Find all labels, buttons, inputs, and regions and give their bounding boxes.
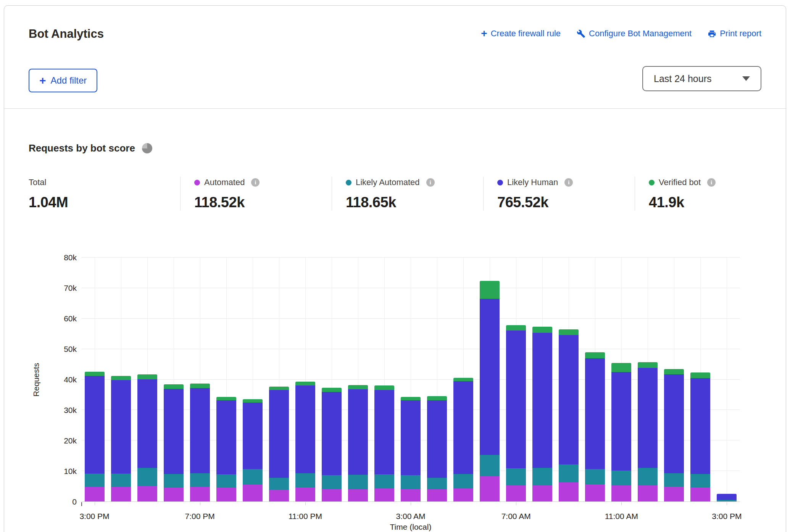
bar-segment-automated	[190, 487, 210, 501]
chart-bar	[664, 369, 684, 501]
y-tick-label: 50k	[64, 345, 77, 354]
bar-segment-automated	[690, 487, 710, 501]
info-icon[interactable]: i	[564, 178, 573, 187]
chart-bar	[111, 376, 131, 501]
bar-segment-verified-bot	[480, 281, 500, 299]
stat-total: Total 1.04M	[29, 177, 180, 211]
stat-verified-bot-value: 41.9k	[649, 194, 775, 211]
bar-segment-likely-automated	[559, 464, 579, 482]
chart-bar	[427, 396, 447, 501]
bar-segment-verified-bot	[532, 327, 552, 333]
bar-segment-likely-automated	[85, 474, 105, 487]
bar-segment-automated	[111, 487, 131, 501]
chart-bar	[532, 327, 552, 501]
bar-segment-verified-bot	[638, 362, 658, 368]
info-icon[interactable]: i	[251, 178, 260, 187]
x-tick-label: 3:00 PM	[712, 512, 742, 521]
bar-segment-likely-human	[348, 389, 368, 475]
stat-automated-label: Automated	[204, 177, 245, 187]
bar-segment-likely-human	[532, 333, 552, 468]
time-range-select[interactable]: Last 24 hours	[642, 66, 761, 91]
x-tick	[411, 502, 411, 505]
header-actions: + Create firewall rule Configure Bot Man…	[481, 29, 761, 39]
bar-segment-automated	[664, 487, 684, 501]
bar-segment-automated	[401, 489, 421, 501]
bar-segment-likely-automated	[216, 474, 236, 488]
chart-bar	[322, 388, 342, 501]
chart-bar	[559, 329, 579, 501]
bar-segment-verified-bot	[348, 385, 368, 389]
configure-bot-management-link[interactable]: Configure Bot Management	[577, 29, 692, 39]
bar-segment-automated	[348, 489, 368, 501]
x-axis-ticks	[81, 502, 740, 506]
bar-segment-automated	[85, 487, 105, 501]
bar-segment-verified-bot	[559, 329, 579, 335]
create-firewall-rule-link[interactable]: + Create firewall rule	[481, 29, 561, 39]
x-axis-title: Time (local)	[81, 522, 740, 532]
time-range-value: Last 24 hours	[654, 73, 712, 84]
chart-bar	[717, 494, 737, 501]
y-tick-label: 20k	[64, 436, 77, 445]
bar-segment-automated	[559, 482, 579, 501]
bar-segment-likely-human	[611, 372, 631, 471]
x-tick-label: 3:00 AM	[396, 512, 425, 521]
stat-total-value: 1.04M	[29, 194, 169, 211]
stat-total-label: Total	[29, 177, 46, 187]
bar-segment-likely-human	[506, 330, 526, 468]
chart-bar	[401, 397, 421, 501]
bar-segment-likely-human	[480, 299, 500, 455]
bar-segment-likely-human	[427, 400, 447, 478]
bar-segment-likely-automated	[348, 475, 368, 489]
chart-bar	[611, 363, 631, 501]
section-title-row: Requests by bot score	[29, 142, 152, 154]
chart-bar	[190, 384, 210, 501]
print-report-link[interactable]: Print report	[708, 29, 761, 39]
chart-bar	[506, 325, 526, 501]
bar-segment-verified-bot	[85, 372, 105, 376]
pie-chart-icon	[142, 143, 152, 153]
bar-segment-automated	[295, 487, 315, 501]
bar-segment-verified-bot	[585, 352, 605, 358]
x-tick	[621, 502, 622, 505]
bar-segment-likely-automated	[532, 468, 552, 485]
stat-likely-human-label: Likely Human	[507, 177, 558, 187]
chart-bar	[690, 372, 710, 501]
bar-segment-likely-automated	[611, 471, 631, 485]
chart-bar	[374, 385, 394, 501]
bar-segment-likely-human	[137, 379, 157, 468]
bar-segment-likely-human	[190, 388, 210, 473]
bar-segment-automated	[611, 485, 631, 501]
x-tick-label: 7:00 PM	[185, 512, 215, 521]
bar-segment-verified-bot	[322, 388, 342, 392]
bar-segment-likely-human	[269, 390, 289, 477]
info-icon[interactable]: i	[707, 178, 716, 187]
bar-segment-likely-human	[243, 403, 263, 469]
bar-segment-likely-automated	[427, 478, 447, 489]
verified-bot-legend-dot	[649, 180, 655, 185]
bar-segment-verified-bot	[374, 385, 394, 390]
v-gridline	[727, 258, 727, 501]
bar-segment-likely-human	[322, 392, 342, 475]
bar-segment-likely-automated	[453, 474, 473, 488]
stats-row: Total 1.04M Automated i 118.52k Likely A…	[29, 177, 786, 211]
x-tick-label: 7:00 AM	[501, 512, 531, 521]
bar-segment-likely-automated	[506, 468, 526, 485]
bar-segment-verified-bot	[111, 376, 131, 380]
bar-segment-verified-bot	[401, 397, 421, 400]
add-filter-button[interactable]: + Add filter	[29, 69, 97, 92]
bar-segment-verified-bot	[295, 382, 315, 385]
info-icon[interactable]: i	[426, 178, 435, 187]
printer-icon	[708, 29, 716, 38]
bar-segment-likely-automated	[664, 473, 684, 487]
bar-segment-automated	[506, 485, 526, 501]
bar-segment-likely-automated	[164, 474, 184, 488]
stat-likely-automated: Likely Automated i 118.65k	[332, 177, 483, 211]
bar-segment-likely-human	[374, 390, 394, 474]
chart-bar	[243, 399, 263, 501]
x-tick	[95, 502, 95, 505]
bar-segment-likely-human	[295, 385, 315, 473]
x-tick-label: 11:00 PM	[289, 512, 322, 521]
chevron-down-icon	[742, 76, 750, 81]
card-header: Bot Analytics + Create firewall rule Con…	[4, 6, 786, 109]
likely-automated-legend-dot	[346, 180, 351, 185]
